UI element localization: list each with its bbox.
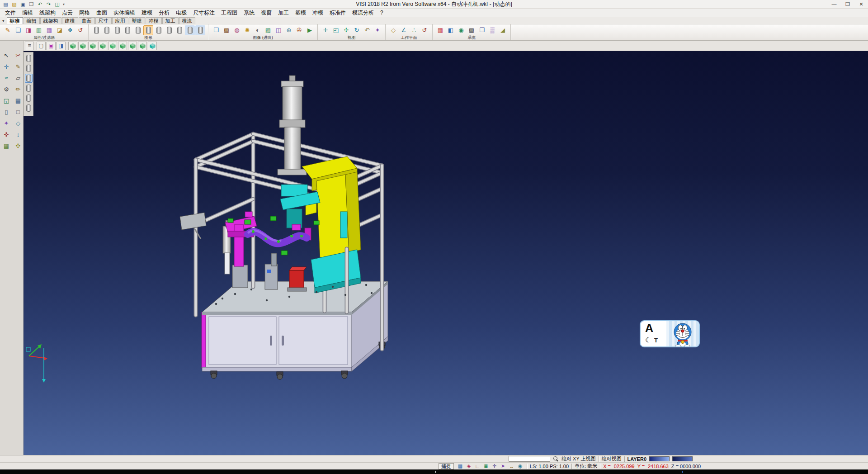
color-filter-icon[interactable]: ◨ xyxy=(24,25,33,35)
snapshot-icon[interactable]: ✇ xyxy=(294,25,304,35)
dynamic-shade-mode-icon[interactable] xyxy=(143,25,153,35)
print-icon[interactable]: ❐ xyxy=(28,1,35,8)
dynamic-view-icon[interactable]: ✦ xyxy=(373,25,382,35)
section-toggle-icon[interactable]: ◨ xyxy=(57,42,66,50)
show-all-icon[interactable] xyxy=(175,25,184,35)
shade-mixed-icon[interactable] xyxy=(25,74,33,83)
menu-item[interactable]: 分析 xyxy=(156,9,173,17)
search-icon[interactable] xyxy=(553,456,559,462)
view-dynamic-icon[interactable] xyxy=(148,42,157,50)
color-table-icon[interactable]: ▦ xyxy=(435,25,445,35)
materials-icon[interactable]: ◍ xyxy=(232,25,242,35)
select-mode-icon[interactable]: ➤ xyxy=(500,463,507,469)
ortho-mode-icon[interactable]: ∟ xyxy=(474,463,481,469)
tab-wireframe[interactable]: 线架构 xyxy=(40,17,61,24)
viewport-config-icon[interactable]: ▢ xyxy=(37,42,46,50)
shadows-icon[interactable]: ◐ xyxy=(253,25,263,35)
sheet-icon[interactable]: ▤ xyxy=(13,95,23,105)
new-document-icon[interactable]: ▤ xyxy=(2,1,9,8)
view-left-icon[interactable] xyxy=(108,42,117,50)
sketch-pencil-icon[interactable]: ✎ xyxy=(13,62,23,71)
cross-icon[interactable]: ✜ xyxy=(1,129,11,139)
snap-entity-icon[interactable]: ◈ xyxy=(465,463,472,469)
blank-toggle-icon[interactable] xyxy=(185,25,195,35)
cylinder-tool-icon[interactable]: ▯ xyxy=(1,107,11,117)
snap-point-icon[interactable]: ✛ xyxy=(1,62,11,71)
view-back-icon[interactable] xyxy=(98,42,107,50)
workplane-entity-icon[interactable]: ∠ xyxy=(399,25,409,35)
menu-item[interactable]: 工程图 xyxy=(218,9,241,17)
settings-gear-icon[interactable]: ⚙ xyxy=(1,84,11,94)
pan-view-icon[interactable]: ✢ xyxy=(341,25,351,35)
menu-item[interactable]: 标准件 xyxy=(326,9,349,17)
menu-item[interactable]: 电极 xyxy=(173,9,190,17)
wireframe-mode-icon[interactable] xyxy=(91,25,101,35)
menu-item[interactable]: 文件 xyxy=(2,9,19,17)
reset-filters-icon[interactable]: ↺ xyxy=(75,25,85,35)
layer-manager-icon[interactable]: ≣ xyxy=(482,463,490,469)
curve-wave-icon[interactable]: ≈ xyxy=(1,73,11,83)
menu-item[interactable]: 加工 xyxy=(275,9,292,17)
mask-filter-icon[interactable]: ◪ xyxy=(55,25,65,35)
solid-box-icon[interactable]: ◱ xyxy=(1,95,11,105)
active-layer-label[interactable]: LAYER0 xyxy=(627,456,646,462)
menu-item[interactable]: 建模 xyxy=(138,9,156,17)
tab-standard[interactable]: 标准 xyxy=(7,17,23,24)
shaded-mode-icon[interactable] xyxy=(112,25,122,35)
shaded-edges-mode-icon[interactable] xyxy=(123,25,132,35)
viewport-3d[interactable]: A ☾ T xyxy=(24,51,868,455)
raster-icon[interactable]: ▒ xyxy=(487,25,497,35)
clip-section-icon[interactable]: ◫ xyxy=(274,25,283,35)
select-filter-icon[interactable]: ❖ xyxy=(65,25,75,35)
layer-filter-icon[interactable]: ▥ xyxy=(34,25,44,35)
view-orientation-label[interactable]: 绝对 XY 上视图 xyxy=(561,455,596,462)
snap-toggle[interactable]: 捕捉 xyxy=(439,463,454,469)
workplane-xy-icon[interactable]: ◇ xyxy=(388,25,398,35)
environment-icon[interactable]: ▨ xyxy=(263,25,273,35)
shade-wire-icon[interactable] xyxy=(25,64,33,73)
workplane-reset-icon[interactable]: ↺ xyxy=(420,25,429,35)
layer-color-swatch[interactable] xyxy=(649,456,670,461)
diamond-icon[interactable]: ◇ xyxy=(13,118,23,128)
isolate-elements-icon[interactable] xyxy=(164,25,174,35)
menu-item[interactable]: 模流分析 xyxy=(349,9,377,17)
tab-dimension[interactable]: 尺寸 xyxy=(95,17,112,24)
windows-taskbar[interactable] xyxy=(0,469,868,474)
mesh-grid-icon[interactable]: ▦ xyxy=(1,141,11,151)
tab-application[interactable]: 应用 xyxy=(112,17,128,24)
trim-scissors-icon[interactable]: ✂ xyxy=(13,50,23,60)
zoom-window-icon[interactable]: ◰ xyxy=(331,25,341,35)
panel-menu-icon[interactable]: ≡ xyxy=(25,42,34,50)
tab-molding[interactable]: 塑膜 xyxy=(129,17,145,24)
close-button[interactable]: ✕ xyxy=(854,0,868,8)
view-bottom-icon[interactable] xyxy=(128,42,137,50)
zoom-extents-icon[interactable]: ✛ xyxy=(321,25,330,35)
menu-item[interactable]: 尺寸标注 xyxy=(190,9,218,17)
pen-color-swatch[interactable] xyxy=(672,456,693,461)
shade-edges-icon[interactable] xyxy=(25,104,33,113)
world-settings-icon[interactable]: ◉ xyxy=(456,25,466,35)
tab-surface[interactable]: 曲面 xyxy=(79,17,95,24)
textures-icon[interactable]: ▩ xyxy=(222,25,231,35)
view-iso-icon[interactable] xyxy=(68,42,77,50)
minimize-button[interactable]: — xyxy=(827,0,841,8)
measure-icon[interactable]: ↔ xyxy=(508,463,515,469)
star-icon[interactable]: ✣ xyxy=(13,141,23,151)
hide-elements-icon[interactable] xyxy=(154,25,164,35)
redo-icon[interactable]: ↷ xyxy=(45,1,52,8)
menu-item[interactable]: 网格 xyxy=(76,9,93,17)
perspective-icon[interactable]: ◢ xyxy=(498,25,508,35)
save-icon[interactable]: ▣ xyxy=(19,1,27,8)
match-properties-icon[interactable]: ❏ xyxy=(13,25,23,35)
menu-item[interactable]: 塑模 xyxy=(292,9,309,17)
sparkle-icon[interactable]: ✦ xyxy=(1,118,11,128)
block-tool-icon[interactable]: □ xyxy=(13,107,23,117)
menu-item[interactable]: 系统 xyxy=(241,9,258,17)
view-mode-label[interactable]: 绝对视图 xyxy=(602,455,622,462)
tab-modeling[interactable]: 建模 xyxy=(62,17,78,24)
hidden-line-mode-icon[interactable] xyxy=(102,25,112,35)
tab-machining[interactable]: 加工 xyxy=(162,17,179,24)
previous-view-icon[interactable]: ↶ xyxy=(362,25,372,35)
model-cube-icon[interactable]: ◫ xyxy=(53,1,61,8)
menu-item[interactable]: 线架构 xyxy=(36,9,59,17)
